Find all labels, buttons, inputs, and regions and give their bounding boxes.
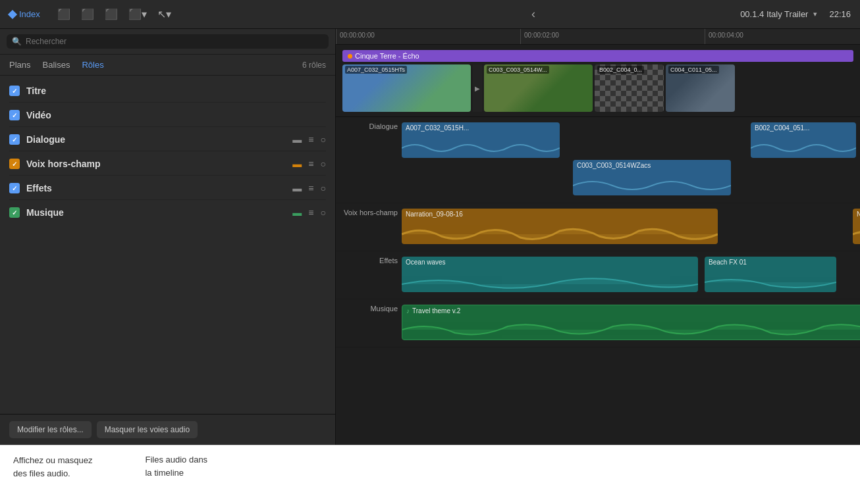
checkbox-dialogue[interactable]: ✓ <box>9 134 20 145</box>
ruler-mark-2: 00:00:04:00 <box>709 32 743 39</box>
lane-icon-dialogue[interactable]: ▬ <box>292 134 302 145</box>
divider <box>9 126 326 127</box>
audio-lane-voix: Voix hors-champ Narration_09-08-16 Narra… <box>336 203 860 251</box>
clip-separator: ▶ <box>473 64 482 112</box>
lane-icon-effets[interactable]: ▬ <box>292 183 302 193</box>
list-icon-musique[interactable]: ≡ <box>308 207 313 218</box>
video-clip-3[interactable]: C004_C011_05... <box>666 64 735 112</box>
search-icon: 🔍 <box>12 37 22 46</box>
masquer-voies-button[interactable]: Masquer les voies audio <box>97 421 198 438</box>
modifier-roles-button[interactable]: Modifier les rôles... <box>9 421 92 438</box>
audio-clip-musique-0[interactable]: ♪Travel theme v.2 <box>402 305 860 340</box>
waveform-musique-0 <box>402 320 860 340</box>
role-icons-musique: ▬ ≡ ○ <box>292 207 326 218</box>
circle-icon-voix[interactable]: ○ <box>321 159 326 169</box>
divider <box>9 199 326 200</box>
monitor-icon-2[interactable]: ⬛ <box>78 7 97 22</box>
divider <box>9 151 326 151</box>
top-bar-right: 00.1.4 Italy Trailer ▾ 22:16 <box>731 9 860 19</box>
audio-clip-label-2: B002_C004_051... <box>755 124 809 132</box>
circle-icon-musique[interactable]: ○ <box>321 207 326 218</box>
role-section-musique: ✓ Musique ▬ ≡ ○ <box>0 203 335 222</box>
role-header-dialogue: ✓ Dialogue ▬ ≡ ○ <box>0 130 335 149</box>
search-input[interactable] <box>26 37 323 46</box>
lane-label-voix: Voix hors-champ <box>336 203 402 216</box>
role-icons-dialogue: ▬ ≡ ○ <box>292 134 326 145</box>
top-bar-center: ‹ <box>336 7 731 21</box>
lane-icon-voix[interactable]: ▬ <box>292 159 302 169</box>
role-section-titre: ✓ Titre <box>0 81 335 103</box>
role-header-effets: ✓ Effets ▬ ≡ ○ <box>0 178 335 198</box>
tab-roles[interactable]: Rôles <box>82 60 103 70</box>
role-label-dialogue: Dialogue <box>26 134 286 145</box>
role-label-voix: Voix hors-champ <box>26 159 286 169</box>
arrow-tool[interactable]: ↖▾ <box>155 7 174 22</box>
annotation-text-1: Affichez ou masquezdes files audio. <box>13 454 92 480</box>
role-header-titre: ✓ Titre <box>0 81 335 101</box>
divider <box>9 102 326 103</box>
roles-count: 6 rôles <box>302 61 326 70</box>
waveform-voix-1 <box>853 224 860 244</box>
monitor-dropdown[interactable]: ⬛▾ <box>126 7 149 22</box>
search-wrapper: 🔍 <box>7 34 329 49</box>
index-label: Index <box>19 9 40 19</box>
tab-balises[interactable]: Balises <box>43 60 70 70</box>
clip-label-3: C004_C011_05... <box>668 66 719 74</box>
list-icon-voix[interactable]: ≡ <box>308 159 313 169</box>
nav-back-button[interactable]: ‹ <box>531 7 535 21</box>
list-icon-dialogue[interactable]: ≡ <box>308 134 313 145</box>
circle-icon-effets[interactable]: ○ <box>321 183 326 193</box>
audio-clip-voix-1[interactable]: Narration <box>853 209 860 244</box>
lane-content-effets: Ocean waves Beach FX 01 <box>402 251 860 299</box>
role-label-video: Vidéo <box>26 110 326 120</box>
video-clip-0[interactable]: A007_C032_0515HTs <box>342 64 471 112</box>
video-clip-1[interactable]: C003_C003_0514W... <box>484 64 593 112</box>
diamond-icon <box>8 9 17 18</box>
circle-icon-dialogue[interactable]: ○ <box>321 134 326 145</box>
role-section-video: ✓ Vidéo <box>0 105 335 127</box>
annotation-2: Files audio dansla timeline <box>145 453 207 479</box>
role-section-effets: ✓ Effets ▬ ≡ ○ <box>0 178 335 200</box>
list-icon-effets[interactable]: ≡ <box>308 183 313 193</box>
lane-content-dialogue: A007_C032_0515H... C003_C003_0514WZacs <box>402 117 860 203</box>
audio-clip-voix-0[interactable]: Narration_09-08-16 <box>402 209 718 244</box>
checkbox-musique[interactable]: ✓ <box>9 207 20 218</box>
audio-clip-effets-0[interactable]: Ocean waves <box>402 257 698 292</box>
audio-lane-effets: Effets Ocean waves Beach FX 01 <box>336 251 860 299</box>
waveform-sub <box>573 176 731 195</box>
left-panel: 🔍 Plans Balises Rôles 6 rôles ✓ Titre <box>0 29 336 445</box>
audio-clip-label-0: A007_C032_0515H... <box>406 124 469 132</box>
lane-icon-musique[interactable]: ▬ <box>292 207 302 218</box>
checkbox-titre[interactable]: ✓ <box>9 86 20 96</box>
divider <box>9 175 326 176</box>
bottom-buttons: Modifier les rôles... Masquer les voies … <box>0 414 335 445</box>
sequence-label: Cinque Terre - Écho <box>355 52 419 60</box>
sequence-bar: Cinque Terre - Écho <box>342 50 853 62</box>
video-clip-2[interactable]: B002_C004_0... <box>595 64 664 112</box>
tab-plans[interactable]: Plans <box>9 60 31 70</box>
monitor-icon-3[interactable]: ⬛ <box>102 7 121 22</box>
audio-clip-dialogue-2[interactable]: B002_C004_051... <box>751 122 856 158</box>
roles-list: ✓ Titre ✓ Vidéo <box>0 76 335 414</box>
audio-clip-dialogue-sub[interactable]: C003_C003_0514WZacs <box>573 160 731 195</box>
project-dropdown-icon[interactable]: ▾ <box>813 10 817 18</box>
project-name: 00.1.4 Italy Trailer <box>740 9 808 19</box>
monitor-icon-1[interactable]: ⬛ <box>55 7 73 22</box>
search-bar: 🔍 <box>0 29 335 55</box>
audio-lanes: Dialogue A007_C032_0515H... C003_C003_05… <box>336 117 860 445</box>
clip-label-1: C003_C003_0514W... <box>487 66 549 74</box>
video-track: Cinque Terre - Écho A007_C032_0515HTs ▶ … <box>336 45 860 117</box>
audio-clip-effets-1[interactable]: Beach FX 01 <box>705 257 836 292</box>
waveform-2 <box>751 138 856 158</box>
audio-clip-dialogue-0[interactable]: A007_C032_0515H... <box>402 122 560 158</box>
index-button[interactable]: Index <box>9 9 40 19</box>
waveform-effets-1 <box>705 272 836 292</box>
clip-label-2: B002_C004_0... <box>597 66 644 74</box>
audio-lane-musique: Musique ♪Travel theme v.2 <box>336 299 860 347</box>
checkbox-effets[interactable]: ✓ <box>9 183 20 193</box>
checkbox-voix[interactable]: ✓ <box>9 159 20 169</box>
role-label-effets: Effets <box>26 183 286 193</box>
annotation-1: Affichez ou masquezdes files audio. <box>13 453 92 480</box>
checkbox-video[interactable]: ✓ <box>9 110 20 120</box>
audio-clip-label-voix-0: Narration_09-08-16 <box>406 211 463 218</box>
